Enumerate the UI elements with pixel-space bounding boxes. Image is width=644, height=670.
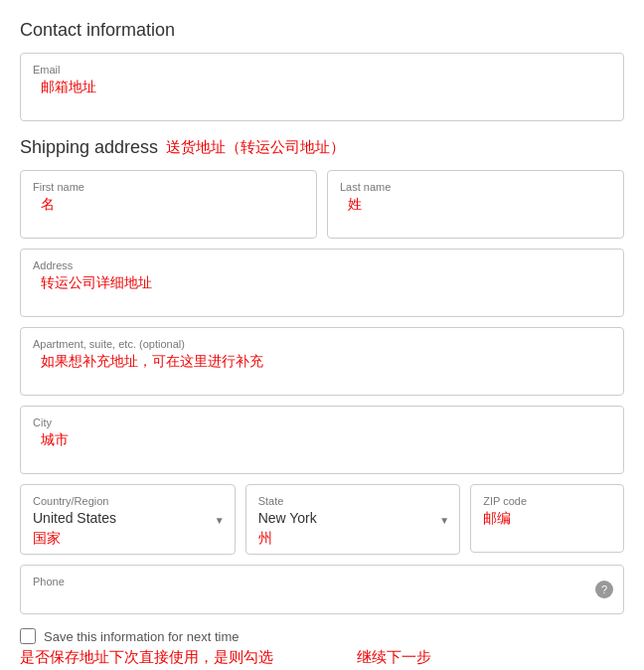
first-name-wrapper: First name 名	[20, 170, 317, 239]
state-group: State New York ▼ 州	[245, 484, 461, 555]
first-name-input[interactable]	[33, 215, 304, 231]
location-row: Country/Region United States ▼ 国家 State …	[20, 484, 624, 565]
state-select[interactable]: New York	[258, 510, 448, 526]
city-input[interactable]	[33, 450, 611, 466]
shipping-section: Shipping address 送货地址（转运公司地址） First name…	[20, 137, 624, 670]
address-annotation: 转运公司详细地址	[41, 274, 152, 290]
first-name-group: First name 名	[20, 170, 317, 239]
last-name-wrapper: Last name 姓	[327, 170, 624, 239]
apartment-label: Apartment, suite, etc. (optional)	[33, 338, 611, 350]
apartment-wrapper: Apartment, suite, etc. (optional) 如果想补充地…	[20, 327, 624, 396]
state-label: State	[258, 495, 448, 507]
phone-wrapper: Phone ?	[20, 565, 624, 614]
address-wrapper: Address 转运公司详细地址	[20, 249, 624, 317]
apartment-input[interactable]	[33, 372, 611, 388]
phone-help-icon[interactable]: ?	[595, 581, 613, 598]
shipping-annotation: 送货地址（转运公司地址）	[166, 138, 345, 157]
phone-label: Phone	[33, 576, 611, 587]
address-input[interactable]	[33, 293, 611, 309]
zip-group: ZIP code 邮编	[470, 484, 624, 555]
save-info-annotation: 是否保存地址下次直接使用，是则勾选 继续下一步	[20, 648, 624, 667]
email-group: Email 邮箱地址	[20, 53, 624, 121]
phone-group: Phone ?	[20, 565, 624, 614]
city-wrapper: City 城市	[20, 406, 624, 474]
save-info-row: Save this information for next time	[20, 628, 624, 644]
country-label: Country/Region	[33, 495, 223, 507]
address-group: Address 转运公司详细地址	[20, 249, 624, 317]
country-select[interactable]: United States	[33, 510, 223, 526]
apartment-group: Apartment, suite, etc. (optional) 如果想补充地…	[20, 327, 624, 396]
name-row: First name 名 Last name 姓	[20, 170, 624, 249]
apartment-annotation: 如果想补充地址，可在这里进行补充	[41, 353, 263, 369]
zip-label: ZIP code	[483, 495, 611, 507]
first-name-label: First name	[33, 181, 304, 193]
continue-annotation: 继续下一步	[357, 648, 431, 665]
state-wrapper: State New York ▼ 州	[245, 484, 461, 555]
last-name-input[interactable]	[340, 215, 611, 231]
contact-section: Contact information Email 邮箱地址	[20, 20, 624, 121]
phone-input[interactable]	[33, 590, 611, 606]
address-label: Address	[33, 259, 611, 271]
email-annotation: 邮箱地址	[41, 79, 96, 94]
state-annotation: 州	[258, 530, 272, 546]
shipping-header: Shipping address 送货地址（转运公司地址）	[20, 137, 624, 158]
save-info-label: Save this information for next time	[44, 629, 240, 644]
zip-input[interactable]	[483, 529, 611, 545]
country-wrapper: Country/Region United States ▼ 国家	[20, 484, 236, 555]
country-annotation: 国家	[33, 530, 61, 546]
save-info-checkbox[interactable]	[20, 628, 36, 644]
city-annotation: 城市	[41, 431, 69, 447]
contact-title: Contact information	[20, 20, 624, 41]
city-group: City 城市	[20, 406, 624, 474]
zip-annotation: 邮编	[483, 510, 511, 526]
last-name-group: Last name 姓	[327, 170, 624, 239]
zip-wrapper: ZIP code 邮编	[470, 484, 624, 553]
shipping-title: Shipping address	[20, 137, 158, 158]
first-name-annotation: 名	[41, 196, 55, 212]
email-input-wrapper: Email 邮箱地址	[20, 53, 624, 121]
country-group: Country/Region United States ▼ 国家	[20, 484, 236, 555]
email-input[interactable]	[33, 97, 611, 113]
last-name-annotation: 姓	[348, 196, 362, 212]
email-label: Email	[33, 64, 611, 76]
last-name-label: Last name	[340, 181, 611, 193]
city-label: City	[33, 417, 611, 428]
